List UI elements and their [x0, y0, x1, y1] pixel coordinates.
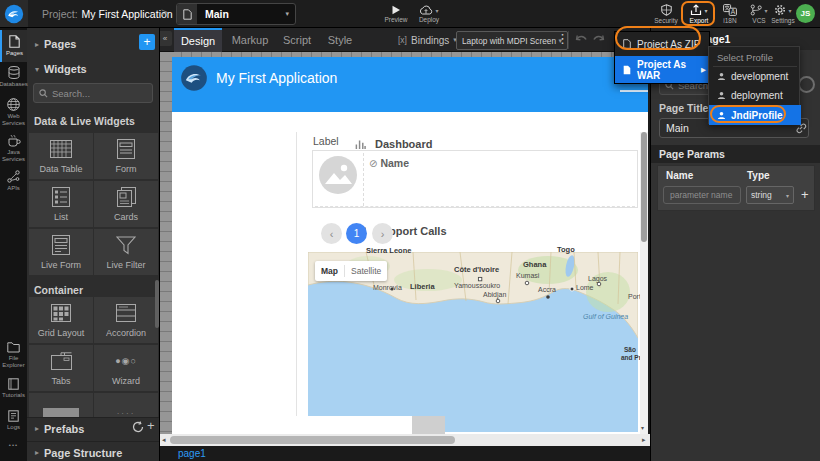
translate-icon: A	[723, 4, 737, 16]
canvas-vscrollbar-thumb[interactable]	[641, 132, 647, 242]
widget-tile-list[interactable]: List	[29, 181, 93, 227]
map-label-cote-divoire: Côte d'Ivoire	[454, 265, 499, 274]
canvas-hscrollbar[interactable]: ◂ ▸	[160, 434, 650, 446]
page-params-table: Name Type string ▾ +	[657, 165, 815, 211]
label-widget[interactable]: Label	[313, 135, 339, 147]
page-title-label: Page Title	[659, 102, 708, 114]
map-button[interactable]: Map	[321, 266, 338, 276]
document-filled-icon	[623, 65, 631, 75]
profile-person-icon	[717, 91, 726, 100]
rail-item-file-explorer[interactable]: File Explorer	[0, 342, 27, 369]
map-type-control: Map Satellite	[315, 261, 387, 281]
canvas-bottom-white	[172, 416, 412, 434]
i18n-button[interactable]: A i18N	[716, 2, 744, 26]
scroll-right-arrow-icon[interactable]: ▸	[642, 436, 646, 444]
menu-item-project-as-war[interactable]: Project As WAR ▶	[615, 56, 711, 83]
param-type-select[interactable]: string ▾	[746, 186, 794, 204]
widget-search[interactable]	[33, 83, 153, 103]
menu-item-support-calls[interactable]: Support Calls	[355, 225, 447, 237]
form-icon	[94, 138, 158, 160]
canvas-vscrollbar[interactable]: ▾	[640, 132, 648, 434]
add-prefab-button[interactable]: +	[147, 418, 155, 433]
widget-tile-live-filter[interactable]: Live Filter	[94, 229, 158, 275]
page-selector[interactable]: Main ▾	[176, 3, 296, 25]
bindings-button[interactable]: [x] Bindings ▾	[398, 33, 457, 47]
deploy-button[interactable]: ▾ Deploy	[412, 2, 446, 26]
satellite-button[interactable]: Satellite	[351, 266, 381, 276]
data-table-icon	[29, 138, 93, 160]
collapse-palette-button[interactable]: «	[158, 31, 172, 46]
preview-button[interactable]: Preview	[380, 2, 412, 26]
chevron-down-icon: ▾	[788, 7, 791, 14]
tab-style[interactable]: Style	[320, 28, 360, 52]
file-explorer-icon	[7, 342, 20, 353]
rail-item-databases[interactable]: Databases	[0, 66, 27, 88]
menu-item-project-as-zip[interactable]: Project As ZIP	[615, 32, 711, 56]
widget-tile-form[interactable]: Form	[94, 133, 158, 179]
pagination-prev-button[interactable]: ‹	[321, 223, 342, 244]
rail-item-pages[interactable]: Pages	[0, 30, 27, 62]
document-outline-icon	[623, 39, 631, 49]
widget-tile-data-table[interactable]: Data Table	[29, 133, 93, 179]
nav-order[interactable]: ORDER	[252, 114, 301, 132]
widget-tile-accordion[interactable]: Accordion	[94, 297, 158, 343]
rail-more-button[interactable]: •••	[0, 442, 27, 448]
widget-tile-cards[interactable]: Cards	[94, 181, 158, 227]
wavemaker-studio: My First Application Search HOME ORDER D…	[0, 0, 820, 461]
left-rail: Pages Databases Web Services Java Servic…	[0, 28, 27, 461]
menu-item-jndiprofile[interactable]: JndiProfile	[709, 105, 801, 125]
wizard-icon: ●◉○	[94, 350, 158, 372]
menu-item-deployment[interactable]: deployment	[709, 86, 801, 105]
add-page-button[interactable]: +	[139, 34, 155, 50]
chevron-right-icon: ▸	[35, 424, 39, 433]
wavemaker-logo[interactable]	[0, 0, 28, 27]
settings-button[interactable]: ▾ Settings	[768, 2, 798, 26]
rail-item-tutorials[interactable]: Tutorials	[0, 378, 27, 399]
redo-button[interactable]	[592, 34, 606, 46]
add-param-button[interactable]: +	[801, 187, 809, 202]
widget-tile-live-form[interactable]: Live Form	[29, 229, 93, 275]
page-structure-section-header[interactable]: ▸ Page Structure	[27, 441, 160, 461]
project-name: Project: My First Application	[42, 8, 173, 20]
page-tab[interactable]: page1	[178, 448, 206, 459]
widget-tile-partial[interactable]	[29, 393, 93, 417]
palette-scrollbar[interactable]	[155, 280, 159, 328]
tab-script[interactable]: Script	[276, 28, 318, 52]
widget-tile-partial[interactable]: ····	[94, 393, 158, 417]
menu-item-dashboard[interactable]: Dashboard	[355, 138, 432, 150]
rail-item-apis[interactable]: APIs	[0, 170, 27, 192]
rail-item-logs[interactable]: Logs	[0, 410, 27, 431]
menu-item-development[interactable]: development	[709, 67, 801, 86]
widget-tile-tabs[interactable]: Tabs	[29, 345, 93, 391]
rail-item-web-services[interactable]: Web Services	[0, 98, 27, 127]
user-avatar[interactable]: JS	[796, 4, 815, 23]
canvas-toolbar: Design Markup Script Style [x] Bindings …	[160, 28, 650, 52]
undo-button[interactable]	[574, 34, 588, 46]
export-button[interactable]: ▾ Export	[684, 2, 714, 26]
chevron-right-icon: ▸	[35, 448, 39, 457]
scroll-left-arrow-icon[interactable]: ◂	[162, 436, 166, 444]
param-name-input[interactable]	[663, 186, 741, 204]
pagination-page-1[interactable]: 1	[346, 223, 367, 244]
list-card[interactable]: ⊘ Name	[312, 150, 638, 208]
security-button[interactable]: Security	[650, 2, 682, 26]
widget-tile-wizard[interactable]: ●◉○ Wizard	[94, 345, 158, 391]
widget-search-input[interactable]	[52, 88, 147, 99]
tab-markup[interactable]: Markup	[226, 28, 274, 52]
scroll-down-arrow-icon[interactable]: ▾	[641, 424, 644, 431]
name-field[interactable]: ⊘ Name	[369, 157, 409, 169]
tutorials-icon	[8, 378, 19, 390]
tab-design[interactable]: Design	[174, 28, 222, 52]
nav-home[interactable]: HOME	[194, 114, 237, 132]
widget-tile-grid-layout[interactable]: Grid Layout	[29, 297, 93, 343]
device-selector[interactable]: Laptop with MDPI Screen ▾	[456, 31, 568, 50]
refresh-prefabs-button[interactable]	[132, 421, 144, 433]
google-map[interactable]: Sierra Leone Monrovia Liberia Côte d'Ivo…	[308, 252, 638, 432]
card-bottom-border	[315, 206, 635, 207]
canvas-bottom-gray-strip	[412, 416, 445, 434]
design-canvas[interactable]: My First Application Search HOME ORDER D…	[172, 57, 648, 434]
rail-item-java-services[interactable]: Java Services	[0, 134, 27, 163]
canvas-hscrollbar-thumb[interactable]	[170, 436, 455, 444]
pagination-next-button[interactable]: ›	[372, 223, 393, 244]
widgets-section-header[interactable]: ▾ Widgets	[27, 58, 160, 80]
